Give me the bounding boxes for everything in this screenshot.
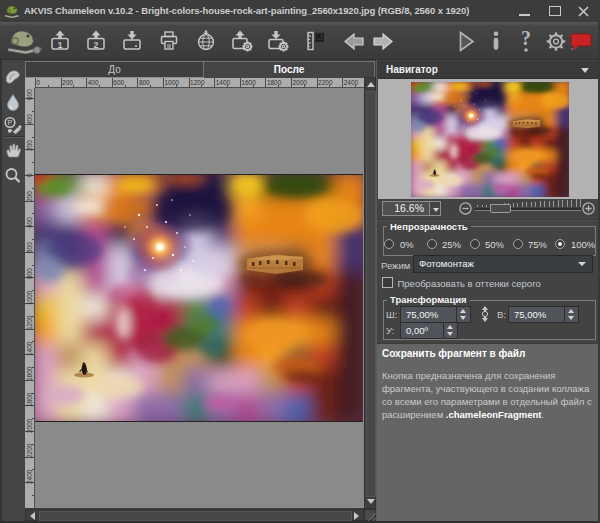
svg-text:1: 1 — [57, 40, 62, 50]
svg-text:?: ? — [521, 29, 531, 49]
svg-text:P: P — [7, 118, 12, 127]
svg-text:2: 2 — [93, 40, 98, 50]
